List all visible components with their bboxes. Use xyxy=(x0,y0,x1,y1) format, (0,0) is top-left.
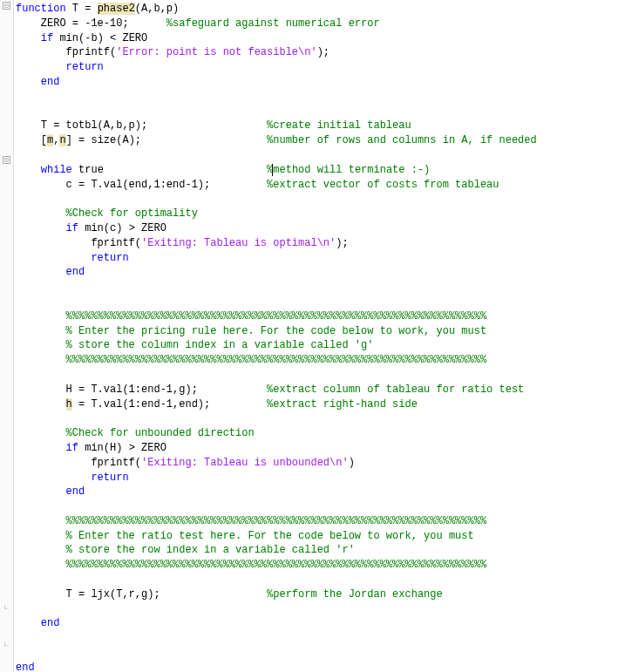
fold-icon[interactable]: ⊟ xyxy=(3,2,10,10)
code-line[interactable]: %%%%%%%%%%%%%%%%%%%%%%%%%%%%%%%%%%%%%%%%… xyxy=(16,558,625,573)
code-line[interactable] xyxy=(16,280,625,295)
fold-icon[interactable]: ⊟ xyxy=(3,156,10,164)
text-token: T = ljx(T,r,g); xyxy=(16,588,267,601)
text-token xyxy=(16,559,66,571)
comment-token: %extract right-hand side xyxy=(267,398,418,411)
comment-token: %safeguard against numerical error xyxy=(166,17,380,30)
text-token: fprintf( xyxy=(16,46,116,58)
code-line[interactable] xyxy=(16,295,625,309)
code-line[interactable]: end xyxy=(16,485,625,499)
code-line[interactable]: % store the row index in a variable call… xyxy=(16,543,625,558)
code-line[interactable]: %%%%%%%%%%%%%%%%%%%%%%%%%%%%%%%%%%%%%%%%… xyxy=(16,514,625,529)
keyword-token: return xyxy=(66,61,104,73)
code-line[interactable]: return xyxy=(16,471,625,485)
comment-token: %create initial tableau xyxy=(267,119,411,132)
code-line[interactable]: function T = phase2(A,b,p) xyxy=(16,2,625,17)
comment-token: %perform the Jordan exchange xyxy=(267,588,443,601)
code-line[interactable]: %Check for optimality xyxy=(16,207,625,221)
code-line[interactable]: %%%%%%%%%%%%%%%%%%%%%%%%%%%%%%%%%%%%%%%%… xyxy=(16,309,625,324)
fold-gutter: ⊟ ⊟ ∟ ∟ xyxy=(0,0,14,672)
code-line[interactable] xyxy=(16,90,625,105)
code-line[interactable]: ZERO = -1e-10; %safeguard against numeri… xyxy=(16,17,625,31)
text-token: ); xyxy=(336,237,348,249)
code-line[interactable] xyxy=(16,631,625,646)
text-token: H = T.val(1:end-1,g); xyxy=(16,384,267,396)
code-line[interactable] xyxy=(16,573,625,587)
code-line[interactable]: T = ljx(T,r,g); %perform the Jordan exch… xyxy=(16,587,625,602)
comment-token: % Enter the ratio test here. For the cod… xyxy=(66,530,474,542)
keyword-token: while xyxy=(41,164,72,176)
comment-token: %%%%%%%%%%%%%%%%%%%%%%%%%%%%%%%%%%%%%%%%… xyxy=(66,310,486,322)
fold-end-icon[interactable]: ∟ xyxy=(3,603,10,611)
keyword-token: end xyxy=(16,662,35,672)
comment-token: %extract column of tableau for ratio tes… xyxy=(267,384,524,396)
code-line[interactable]: fprintf('Error: point is not feasible\n'… xyxy=(16,45,625,60)
text-token xyxy=(16,32,41,44)
code-line[interactable]: if min(c) > ZERO xyxy=(16,221,625,236)
code-line[interactable] xyxy=(16,411,625,426)
code-line[interactable]: end xyxy=(16,265,625,280)
fold-end-icon[interactable]: ∟ xyxy=(3,640,10,648)
code-line[interactable]: end xyxy=(16,75,625,90)
text-token xyxy=(16,325,66,337)
code-line[interactable] xyxy=(16,105,625,119)
text-token xyxy=(16,472,91,484)
comment-token: %%%%%%%%%%%%%%%%%%%%%%%%%%%%%%%%%%%%%%%%… xyxy=(66,354,486,366)
code-line[interactable] xyxy=(16,148,625,163)
text-token: ) xyxy=(349,457,355,469)
code-line[interactable]: fprintf('Exiting: Tableau is optimal\n')… xyxy=(16,236,625,251)
text-token: [ xyxy=(16,134,47,146)
keyword-token: end xyxy=(66,485,85,498)
code-line[interactable]: if min(H) > ZERO xyxy=(16,441,625,456)
code-line[interactable] xyxy=(16,499,625,514)
code-line[interactable]: if min(-b) < ZERO xyxy=(16,31,625,46)
code-line[interactable]: % store the column index in a variable c… xyxy=(16,338,625,353)
text-token: min(c) > ZERO xyxy=(78,222,166,234)
text-token: min(-b) < ZERO xyxy=(53,32,147,44)
text-token xyxy=(16,266,66,278)
code-line[interactable]: end xyxy=(16,616,625,631)
text-token: (A,b,p) xyxy=(135,3,179,15)
code-line[interactable] xyxy=(16,368,625,383)
code-line[interactable]: return xyxy=(16,60,625,75)
code-line[interactable]: % Enter the pricing rule here. For the c… xyxy=(16,324,625,339)
comment-token: %Check for optimality xyxy=(66,207,198,220)
keyword-token: function xyxy=(16,3,66,15)
text-token: T = totbl(A,b,p); xyxy=(16,119,267,132)
code-area[interactable]: function T = phase2(A,b,p) ZERO = -1e-10… xyxy=(14,0,625,672)
code-line[interactable]: T = totbl(A,b,p); %create initial tablea… xyxy=(16,119,625,133)
text-token xyxy=(16,76,41,88)
text-token xyxy=(16,310,66,322)
keyword-token: end xyxy=(66,266,85,278)
code-line[interactable]: %Check for unbounded direction xyxy=(16,426,625,441)
text-token: c = T.val(end,1:end-1); xyxy=(16,179,267,191)
text-token xyxy=(16,207,66,220)
code-line[interactable]: while true %method will terminate :-) xyxy=(16,163,625,178)
text-token: = T.val(1:end-1,end); xyxy=(72,398,267,411)
code-line[interactable]: H = T.val(1:end-1,g); %extract column of… xyxy=(16,383,625,397)
code-line[interactable] xyxy=(16,192,625,207)
comment-token: %extract vector of costs from tableau xyxy=(267,179,499,191)
keyword-token: end xyxy=(41,76,60,88)
text-token xyxy=(16,252,91,264)
text-token xyxy=(16,544,66,556)
code-line[interactable]: h = T.val(1:end-1,end); %extract right-h… xyxy=(16,397,625,412)
code-line[interactable]: %%%%%%%%%%%%%%%%%%%%%%%%%%%%%%%%%%%%%%%%… xyxy=(16,353,625,368)
keyword-token: return xyxy=(91,252,128,264)
text-token xyxy=(16,222,66,234)
code-line[interactable]: end xyxy=(16,661,625,672)
code-line[interactable]: fprintf('Exiting: Tableau is unbounded\n… xyxy=(16,456,625,471)
code-line[interactable]: return xyxy=(16,251,625,266)
text-token: fprintf( xyxy=(16,237,141,249)
text-token xyxy=(16,485,66,498)
string-token: 'Exiting: Tableau is unbounded\n' xyxy=(141,457,349,469)
text-token xyxy=(16,515,66,527)
code-line[interactable] xyxy=(16,646,625,661)
text-token xyxy=(16,398,66,411)
code-line[interactable]: c = T.val(end,1:end-1); %extract vector … xyxy=(16,178,625,193)
code-line[interactable] xyxy=(16,602,625,617)
code-line[interactable]: [m,n] = size(A); %number of rows and col… xyxy=(16,133,625,148)
comment-token: % Enter the pricing rule here. For the c… xyxy=(66,325,486,337)
text-token xyxy=(16,61,66,73)
code-line[interactable]: % Enter the ratio test here. For the cod… xyxy=(16,529,625,544)
